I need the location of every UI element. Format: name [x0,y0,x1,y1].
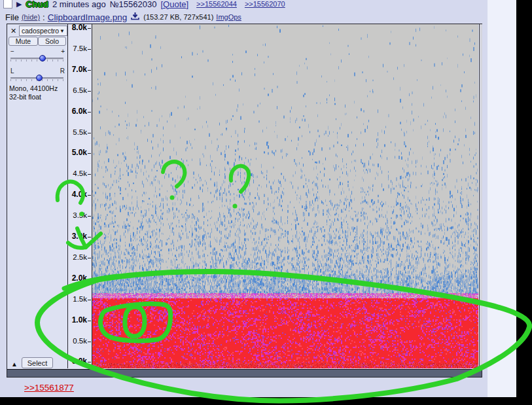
ruler-label-3.5k: 3.5k [73,211,87,220]
pan-right-label: R [60,67,65,75]
ruler-label-0.5k: 0.5k [73,336,87,346]
ruler-tick [88,91,91,92]
track-format-line2: 32-bit float [9,93,41,101]
ruler-tick [88,362,91,362]
ruler-label-6.0k: 6.0k [72,107,87,116]
gain-slider: − + [10,48,65,65]
ruler-tick [88,28,91,29]
ruler-label-7.5k: 7.5k [73,44,87,54]
poster-name: Chud [26,0,48,9]
chevron-down-icon: ▼ [60,28,65,34]
pan-slider: L R [10,67,65,84]
quote-link[interactable]: Quote [163,0,186,9]
gain-min-label: − [10,48,14,55]
ruler-tick [88,195,91,196]
quote-link-wrap: [Quote] [160,0,188,9]
track-title-dropdown[interactable]: cadospectro ▼ [19,26,67,36]
close-track-icon[interactable]: ✕ [9,26,18,36]
gain-slider-thumb[interactable] [39,55,46,62]
ruler-label-2.5k: 2.5k [73,253,87,262]
post-number[interactable]: №15562030 [110,0,157,9]
imgops-link[interactable]: ImgOps [216,13,241,21]
file-label: File [5,12,19,22]
ruler-tick [88,112,91,113]
reply-link[interactable]: >>15561877 [24,383,74,393]
file-colon: : [43,12,45,22]
audacity-window: ✕ cadospectro ▼ Mute Solo − + L R M [7,24,482,378]
ruler-tick [88,153,91,154]
post-time: 2 minutes ago [52,0,106,9]
horizontal-scrollbar[interactable] [7,369,482,377]
ruler-label-2.0k: 2.0k [72,273,87,283]
ruler-label-7.0k: 7.0k [72,65,87,75]
ruler-label-1.0k: 1.0k [72,315,87,325]
track-control-panel: ✕ cadospectro ▼ Mute Solo − + L R M [7,24,68,368]
ruler-label-6.5k: 6.5k [73,86,87,96]
black-bottom-bar [0,397,532,405]
ruler-tick [88,321,91,321]
backlink-1[interactable]: >>15562044 [196,0,237,8]
spectrogram-canvas[interactable] [92,24,478,368]
ruler-label-5.5k: 5.5k [73,128,87,137]
ruler-tick [88,258,91,258]
black-right-bar [516,0,532,405]
ruler-label-4.0k: 4.0k [72,190,87,200]
backlink-2[interactable]: >>15562070 [245,0,285,8]
ruler-tick [88,300,91,300]
gain-slider-ticks [10,60,63,62]
solo-button[interactable]: Solo [38,37,66,46]
ruler-tick [88,49,91,50]
ruler-tick [88,70,91,71]
ruler-label-4.5k: 4.5k [73,169,87,179]
page: ▶ Chud 2 minutes ago №15562030 [Quote] >… [0,0,532,405]
select-button[interactable]: Select [22,357,53,368]
ruler-tick [88,133,91,133]
ruler-tick [88,237,91,238]
post-header: ▶ Chud 2 minutes ago №15562030 [Quote] >… [3,0,285,10]
collapse-triangle-icon[interactable]: ▲ [9,360,20,368]
post-menu-arrow-icon[interactable]: ▶ [16,1,22,8]
gain-max-label: + [61,48,65,55]
ruler-tick [88,279,91,279]
track-format-line1: Mono, 44100Hz [9,84,58,92]
ruler-label-1.5k: 1.5k [73,294,87,304]
download-icon[interactable] [131,11,139,23]
ruler-tick [88,174,91,175]
ruler-label-0.0k: 0.0k [72,357,87,366]
ruler-tick [88,342,91,342]
file-name-link[interactable]: ClipboardImage.png [48,12,128,22]
ruler-label-8.0k: 8.0k [72,23,87,33]
vertical-scroll-strip[interactable] [479,24,482,368]
quote-bracket-close: ] [186,0,188,9]
post-checkbox[interactable] [3,0,12,9]
ruler-label-3.0k: 3.0k [72,232,87,241]
ruler-tick [88,216,91,217]
track-title: cadospectro [22,27,59,35]
file-hide-link[interactable]: (hide) [22,13,40,21]
mute-button[interactable]: Mute [9,37,38,46]
pan-slider-thumb[interactable] [36,75,43,81]
pan-left-label: L [10,67,14,75]
file-info-line: File (hide) : ClipboardImage.png (153.27… [5,11,241,23]
file-meta: (153.27 KB, 727x541) [143,13,213,21]
frequency-ruler: 8.0k7.5k7.0k6.5k6.0k5.5k5.0k4.5k4.0k3.5k… [68,24,92,368]
ruler-label-5.0k: 5.0k [72,148,87,158]
